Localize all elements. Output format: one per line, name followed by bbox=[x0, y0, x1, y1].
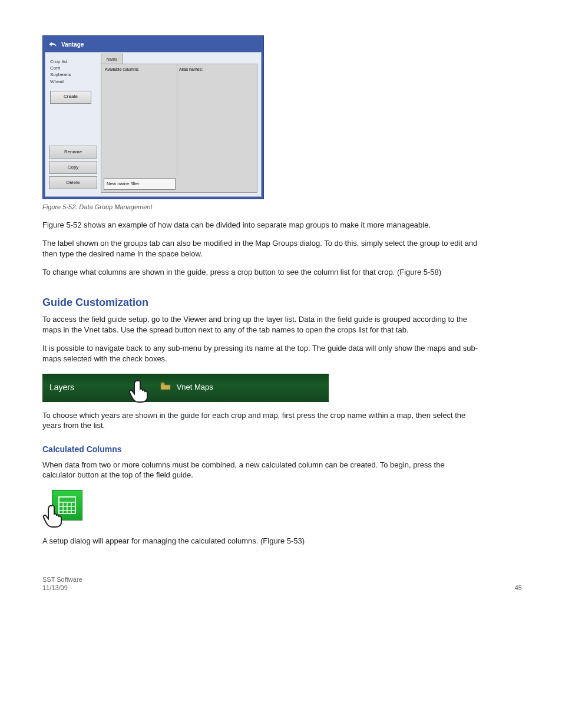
sidebar-crop-list: Crop list: Corn Soybeans Wheat bbox=[48, 55, 98, 87]
folder-icon bbox=[160, 382, 171, 393]
create-button[interactable]: Create bbox=[50, 91, 91, 104]
sidebar-item[interactable]: Wheat bbox=[50, 78, 96, 85]
copy-button[interactable]: Copy bbox=[49, 161, 97, 174]
page-footer: SST Software 11/13/09 45 bbox=[42, 575, 534, 592]
pointing-hand-icon bbox=[41, 503, 65, 531]
available-columns-label: Available columns: bbox=[105, 67, 139, 72]
alias-names-label: Alias names: bbox=[179, 67, 203, 72]
pointing-hand-icon bbox=[127, 378, 151, 406]
paragraph: Figure 5-52 shows an example of how data… bbox=[42, 220, 478, 230]
delete-button[interactable]: Delete bbox=[49, 176, 97, 189]
section-heading: Guide Customization bbox=[42, 295, 534, 309]
layers-greenbar[interactable]: Layers Vnet Maps bbox=[42, 374, 329, 402]
paragraph: When data from two or more columns must … bbox=[42, 460, 478, 480]
dialog-body: Crop list: Corn Soybeans Wheat Create Re… bbox=[45, 52, 262, 197]
dialog-titlebar: Vantage bbox=[45, 38, 262, 52]
workarea: Available columns: Alias names: New name… bbox=[101, 64, 257, 193]
undo-icon[interactable] bbox=[48, 40, 58, 50]
tab[interactable]: Nams bbox=[101, 54, 123, 64]
footer-page-number: 45 bbox=[515, 584, 522, 592]
column-divider bbox=[177, 64, 177, 176]
calculator-button-figure bbox=[45, 490, 82, 528]
subsection-heading: Calculated Columns bbox=[42, 444, 534, 455]
paragraph: To access the field guide setup, go to t… bbox=[42, 314, 478, 335]
paragraph: To change what columns are shown in the … bbox=[42, 267, 478, 278]
dialog-title: Vantage bbox=[61, 41, 84, 49]
paragraph: To choose which years are shown in the g… bbox=[42, 410, 478, 431]
sidebar-header: Crop list: bbox=[50, 58, 96, 65]
data-group-dialog: Vantage Crop list: Corn Soybeans Wheat C… bbox=[42, 35, 264, 199]
rename-button[interactable]: Rename bbox=[49, 146, 97, 159]
sidebar: Crop list: Corn Soybeans Wheat Create Re… bbox=[48, 55, 98, 194]
paragraph: A setup dialog will appear for managing … bbox=[42, 536, 478, 546]
footer-date: 11/13/09 bbox=[42, 584, 82, 592]
sidebar-item[interactable]: Corn bbox=[50, 65, 96, 71]
folder-label: Vnet Maps bbox=[160, 382, 213, 393]
footer-company: SST Software bbox=[42, 575, 82, 584]
new-name-filter-input[interactable]: New name filter bbox=[104, 178, 176, 190]
paragraph: The label shown on the groups tab can al… bbox=[42, 238, 478, 259]
paragraph: It is possible to navigate back to any s… bbox=[42, 343, 478, 364]
figure-caption: Figure 5-52. Data Group Management bbox=[42, 203, 534, 212]
layers-label: Layers bbox=[42, 382, 74, 393]
sidebar-item[interactable]: Soybeans bbox=[50, 71, 96, 78]
